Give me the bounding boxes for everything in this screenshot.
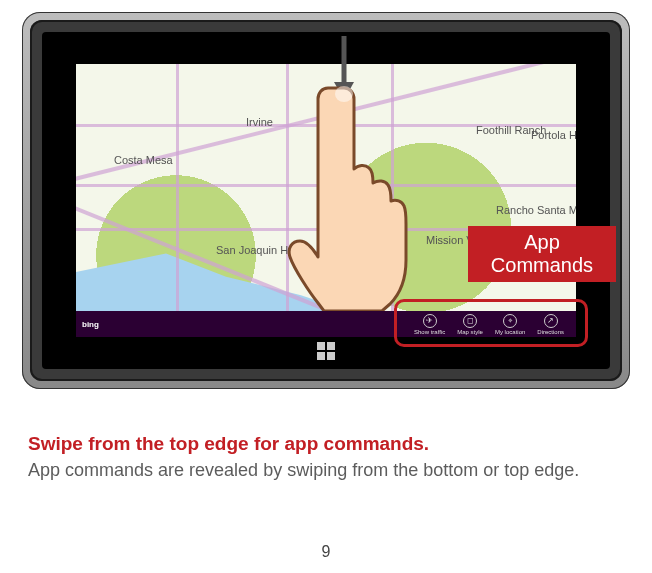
map-label-irvine: Irvine xyxy=(246,116,273,128)
cmd-show-traffic[interactable]: ✈ Show traffic xyxy=(414,314,445,335)
svg-rect-3 xyxy=(317,342,325,350)
directions-icon: ↗ xyxy=(544,314,558,328)
tablet-frame: Irvine Costa Mesa Mission Viejo Foothill… xyxy=(22,12,630,389)
manual-page: Irvine Costa Mesa Mission Viejo Foothill… xyxy=(0,0,652,573)
cmd-my-location[interactable]: ⌖ My location xyxy=(495,314,525,335)
map-label-costa-mesa: Costa Mesa xyxy=(114,154,173,166)
instruction-caption: Swipe from the top edge for app commands… xyxy=(28,432,612,482)
command-group: ✈ Show traffic ◻ Map style ⌖ My location xyxy=(414,314,570,335)
page-number: 9 xyxy=(0,543,652,561)
svg-rect-4 xyxy=(327,342,335,350)
svg-rect-6 xyxy=(327,352,335,360)
app-command-bar[interactable]: bing ✈ Show traffic ◻ Map style xyxy=(76,311,576,337)
traffic-icon: ✈ xyxy=(423,314,437,328)
cmd-label: My location xyxy=(495,329,525,335)
location-icon: ⌖ xyxy=(503,314,517,328)
cmd-label: Show traffic xyxy=(414,329,445,335)
tablet-bezel: Irvine Costa Mesa Mission Viejo Foothill… xyxy=(42,32,610,369)
callout-text: App Commands xyxy=(491,231,593,277)
app-commands-callout: App Commands xyxy=(468,226,616,282)
brand-label: bing xyxy=(82,320,99,329)
map-label-rancho: Rancho Santa Margarita xyxy=(496,204,576,216)
tablet-screen[interactable]: Irvine Costa Mesa Mission Viejo Foothill… xyxy=(76,64,576,337)
windows-logo-icon[interactable] xyxy=(317,342,335,360)
cmd-map-style[interactable]: ◻ Map style xyxy=(457,314,483,335)
map-label-san-joaquin: San Joaquin Hills xyxy=(216,244,301,256)
svg-rect-5 xyxy=(317,352,325,360)
map-label-portola: Portola Hills xyxy=(531,129,576,141)
map-canvas[interactable]: Irvine Costa Mesa Mission Viejo Foothill… xyxy=(76,64,576,337)
cmd-label: Directions xyxy=(537,329,564,335)
tablet-inner: Irvine Costa Mesa Mission Viejo Foothill… xyxy=(30,20,622,381)
caption-body: App commands are revealed by swiping fro… xyxy=(28,459,612,482)
cmd-label: Map style xyxy=(457,329,483,335)
caption-heading: Swipe from the top edge for app commands… xyxy=(28,432,612,457)
mapstyle-icon: ◻ xyxy=(463,314,477,328)
cmd-directions[interactable]: ↗ Directions xyxy=(537,314,564,335)
